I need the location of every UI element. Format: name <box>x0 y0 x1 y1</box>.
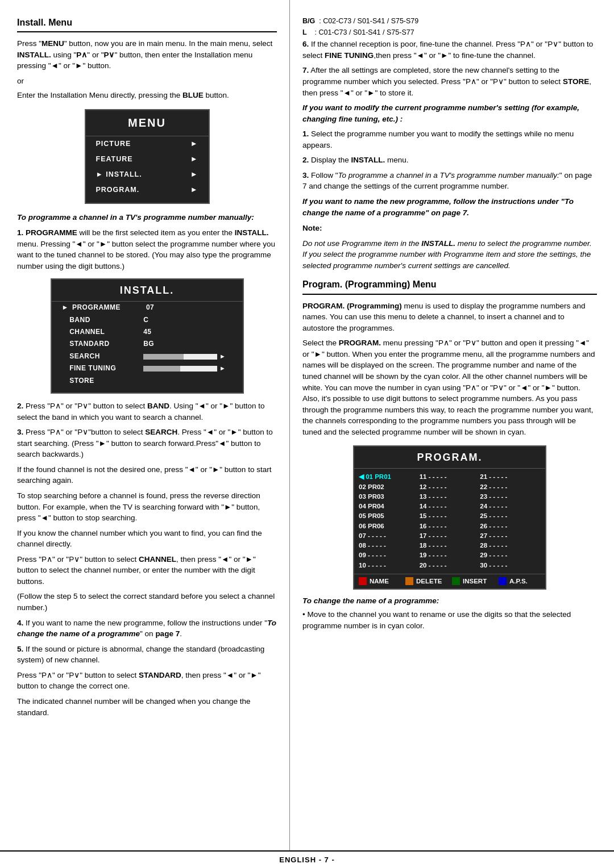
prog-item-24: 24 - - - - - <box>480 502 541 511</box>
install-row-band: BAND C <box>52 314 243 326</box>
menu-item-program-label: PROGRAM. <box>96 185 140 195</box>
prog-item-16: 16 - - - - - <box>420 521 480 531</box>
install-arrow-band <box>62 315 67 325</box>
install-label-finetuning: FINE TUNING <box>69 364 143 373</box>
prog-item-20: 20 - - - - - <box>420 561 480 570</box>
install-row-store: STORE <box>52 375 243 387</box>
program-para2: Select the PROGRAM. menu pressing "P∧" o… <box>302 337 597 437</box>
menu-item-feature-label: FEATURE <box>96 154 133 164</box>
prog-item-17: 17 - - - - - <box>420 531 480 541</box>
prog-item-02: 02 PR02 <box>359 482 420 492</box>
prog-btn-name: NAME <box>359 577 401 586</box>
para5-text: If you know the channel number which you… <box>17 528 277 550</box>
program-box: PROGRAM. ◀ 01 PR01 02 PR02 03 PR03 04 PR… <box>353 445 546 589</box>
step5-text: 5. If the sound or picture is abnormal, … <box>17 644 277 666</box>
install-box-title: INSTALL. <box>52 279 243 302</box>
italic-heading1: If you want to modify the current progra… <box>302 102 597 124</box>
prog-item-01: ◀ 01 PR01 <box>359 472 420 482</box>
menu-box-title: MENU <box>86 110 209 136</box>
step4-text: 4. If you want to name the new programme… <box>17 617 277 640</box>
program-col-3: 21 - - - - - 22 - - - - - 23 - - - - - 2… <box>480 472 541 570</box>
prog-btn-insert-label: INSERT <box>463 577 487 586</box>
menu-item-install: ► INSTALL. ► <box>86 167 209 182</box>
menu-item-install-label: ► INSTALL. <box>96 169 142 180</box>
step1-text: 1. PROGRAMME will be the first selected … <box>17 227 277 272</box>
two-col-layout: Install. Menu Press "MENU" button, now y… <box>0 0 614 850</box>
l-line: L : C01-C73 / S01-S41 / S75-S77 <box>302 27 597 37</box>
prog-item-06: 06 PR06 <box>359 521 420 531</box>
prog-btn-aps-label: A.P.S. <box>509 577 528 586</box>
prog-item-28: 28 - - - - - <box>480 541 541 550</box>
color-box-red <box>359 577 367 585</box>
prog-item-18: 18 - - - - - <box>420 541 480 550</box>
menu-item-program: PROGRAM. ► <box>86 182 209 198</box>
mod-step3: 3. Follow "To programme a channel in a T… <box>302 170 597 192</box>
color-box-green <box>452 577 460 585</box>
install-arrow-standard <box>62 339 67 349</box>
menu-item-picture: PICTURE ► <box>86 136 209 152</box>
prog-item-14: 14 - - - - - <box>420 502 480 511</box>
install-arrow-store <box>62 376 67 386</box>
prog-item-09: 09 - - - - - <box>359 550 420 560</box>
prog-item-11: 11 - - - - - <box>420 472 480 482</box>
note-text: Do not use Programme item in the INSTALL… <box>302 238 597 272</box>
menu-box: MENU PICTURE ► FEATURE ► ► INSTALL. ► PR… <box>85 109 210 204</box>
program-section-title: Program. (Programming) Menu <box>302 278 597 294</box>
mod-step2: 2. Display the INSTALL. menu. <box>302 155 597 166</box>
install-value-band: C <box>143 315 232 325</box>
install-row-channel: CHANNEL 45 <box>52 326 243 338</box>
program-col-2: 11 - - - - - 12 - - - - - 13 - - - - - 1… <box>420 472 480 570</box>
para7-text: (Follow the step 5 to select the correct… <box>17 591 277 613</box>
prog-item-21: 21 - - - - - <box>480 472 541 482</box>
para9-text: The indicated channel number will be cha… <box>17 696 277 718</box>
install-value-channel: 45 <box>143 327 232 337</box>
prog-btn-name-label: NAME <box>370 577 389 586</box>
prog-item-26: 26 - - - - - <box>480 521 541 531</box>
page-container: Install. Menu Press "MENU" button, now y… <box>0 0 614 868</box>
prog-btn-insert: INSERT <box>452 577 494 586</box>
install-box: INSTALL. ► PROGRAMME 07 BAND C CHANNEL 4… <box>51 278 244 394</box>
program-para1: PROGRAM. (Programming) menu is used to d… <box>302 301 597 334</box>
para4-text: To stop searching before a channel is fo… <box>17 490 277 524</box>
prog-item-12: 12 - - - - - <box>420 482 480 492</box>
footer-text: ENGLISH - 7 - <box>279 856 335 864</box>
program-box-title: PROGRAM. <box>354 446 545 469</box>
prog-item-27: 27 - - - - - <box>480 531 541 541</box>
bg-line: B/G : C02-C73 / S01-S41 / S75-S79 <box>302 16 597 26</box>
install-active-arrow: ► <box>62 303 69 312</box>
prog-btn-delete: DELETE <box>405 577 447 586</box>
prog-item-25: 25 - - - - - <box>480 511 541 521</box>
prog-item-23: 23 - - - - - <box>480 492 541 502</box>
install-row-finetuning: FINE TUNING ► <box>52 362 243 374</box>
step6-text: 6. If the channel reception is poor, fin… <box>302 39 597 61</box>
menu-item-feature: FEATURE ► <box>86 152 209 167</box>
para8-text: Press "P∧" or "P∨" button to select STAN… <box>17 670 277 692</box>
prog-item-19: 19 - - - - - <box>420 550 480 560</box>
install-menu-title: Install. Menu <box>17 16 277 32</box>
install-arrow-finetuning <box>62 364 67 373</box>
step7-text: 7. After the all settings are completed,… <box>302 65 597 98</box>
note-label: Note: <box>302 223 597 234</box>
program-col-1: ◀ 01 PR01 02 PR02 03 PR03 04 PR04 05 PR0… <box>359 472 420 570</box>
install-label-standard: STANDARD <box>69 339 143 349</box>
or-text-1: or <box>17 76 277 87</box>
prog-item-07: 07 - - - - - <box>359 531 420 541</box>
step3-text: 3. Press "P∧" or "P∨"button to select SE… <box>17 427 277 460</box>
menu-item-picture-label: PICTURE <box>96 139 131 149</box>
install-label-search: SEARCH <box>69 352 143 361</box>
menu-arrow-program: ► <box>190 185 198 195</box>
menu-arrow-picture: ► <box>190 139 198 149</box>
right-column: B/G : C02-C73 / S01-S41 / S75-S79 L : C0… <box>290 0 614 850</box>
prog-item-08: 08 - - - - - <box>359 541 420 550</box>
program-footer: NAME DELETE INSERT A.P.S. <box>354 574 545 589</box>
rename-title: To change the name of a programme: <box>302 595 597 607</box>
prog-btn-delete-label: DELETE <box>416 577 442 586</box>
para6-text: Press "P∧" or "P∨" button to select CHAN… <box>17 554 277 587</box>
install-value-programme: 07 <box>146 303 233 312</box>
prog-item-10: 10 - - - - - <box>359 561 420 570</box>
install-arrow-search <box>62 352 67 361</box>
menu-arrow-install: ► <box>190 169 198 180</box>
install-row-standard: STANDARD BG <box>52 338 243 350</box>
rename-para: • Move to the channel you want to rename… <box>302 609 597 631</box>
prog-item-05: 05 PR05 <box>359 511 420 521</box>
